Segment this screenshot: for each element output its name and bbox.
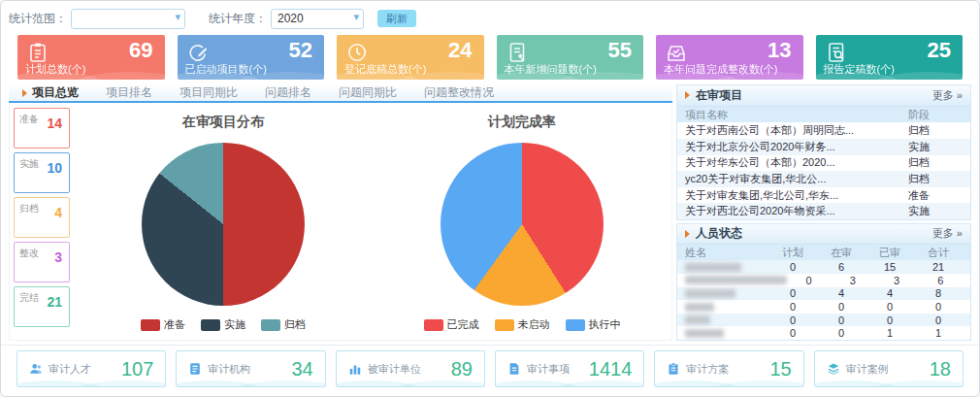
redacted-name <box>685 329 724 338</box>
stage-card-value: 4 <box>54 205 62 220</box>
staff-in-review: 3 <box>831 275 874 286</box>
staff-reviewed: 15 <box>866 261 914 273</box>
bar-chart-icon <box>348 362 362 376</box>
people-icon <box>29 362 43 376</box>
staff-status-panel: 人员状态 更多 » 姓名 计划 在审 已审 合计 061521033604480… <box>676 223 971 341</box>
stage-card-整改[interactable]: 整改3 <box>14 242 70 282</box>
stat-card-本年新增问题数(个)[interactable]: 55本年新增问题数(个) <box>497 35 644 80</box>
staff-plan: 0 <box>768 287 817 299</box>
col-reviewed: 已审 <box>866 246 914 260</box>
stage-card-value: 3 <box>54 249 62 265</box>
legend-swatch <box>424 319 443 331</box>
project-name: 关于对西南公司（本部）周明同志... <box>685 123 908 138</box>
bottom-card-审计事项[interactable]: 审计事项1414 <box>495 350 644 387</box>
stage-card-完结[interactable]: 完结21 <box>14 286 70 327</box>
tab-问题整改情况[interactable]: 问题整改情况 <box>410 84 507 101</box>
clock-icon <box>345 41 369 64</box>
project-row[interactable]: 关于对审友集团,华北公司,华东...准备 <box>677 187 970 204</box>
stat-card-登记底稿总数(个)[interactable]: 24登记底稿总数(个) <box>337 35 484 80</box>
orange-arrow-icon <box>685 91 690 99</box>
bottom-card-value: 15 <box>769 358 791 380</box>
staff-plan: 0 <box>768 314 817 326</box>
staff-reviewed: 1 <box>866 327 914 339</box>
legend-item-未启动[interactable]: 未启动 <box>495 317 550 332</box>
bottom-card-审计方案[interactable]: 审计方案15 <box>654 350 803 387</box>
legend-label: 实施 <box>224 317 245 332</box>
review-distribution-pie-chart[interactable] <box>142 143 305 306</box>
legend-item-已完成[interactable]: 已完成 <box>424 317 479 332</box>
legend-swatch <box>495 319 514 331</box>
legend-swatch <box>141 319 160 331</box>
project-row[interactable]: 关于对西南公司（本部）周明同志...归档 <box>677 122 970 139</box>
stage-card-准备[interactable]: 准备14 <box>14 108 70 149</box>
chevron-down-icon: ▾ <box>175 11 180 23</box>
bottom-card-被审计单位[interactable]: 被审计单位89 <box>336 350 485 387</box>
tab-项目排名[interactable]: 项目排名 <box>92 84 166 101</box>
redacted-name <box>685 315 710 324</box>
clipboard-list-icon <box>26 41 49 64</box>
project-stage: 实施 <box>908 140 963 154</box>
bottom-card-label: 审计案例 <box>846 362 889 377</box>
col-name: 姓名 <box>685 246 768 260</box>
plan-completion-pie-chart[interactable] <box>441 143 604 306</box>
stage-card-归档[interactable]: 归档4 <box>14 197 70 238</box>
staff-plan: 0 <box>768 261 817 273</box>
legend-item-执行中[interactable]: 执行中 <box>566 317 621 332</box>
tab-问题排名[interactable]: 问题排名 <box>251 84 325 101</box>
pie-block-plan-completion: 计划完成率 已完成未启动执行中 <box>373 103 671 340</box>
tab-项目同期比[interactable]: 项目同期比 <box>166 84 251 101</box>
staff-row: 0000 <box>677 314 970 327</box>
legend-item-准备[interactable]: 准备 <box>141 317 185 332</box>
staff-row: 0336 <box>677 274 970 287</box>
staff-total: 0 <box>914 301 963 313</box>
tab-label: 问题排名 <box>265 84 311 101</box>
project-row[interactable]: 关于对西北公司2020年物资采...实施 <box>677 203 970 219</box>
stage-card-实施[interactable]: 实施10 <box>14 152 70 193</box>
project-name: 关于对华东公司（本部）2020... <box>685 155 908 170</box>
stat-year-select[interactable]: 2020 ▾ <box>271 9 364 29</box>
stat-range-select[interactable]: ▾ <box>71 9 185 29</box>
bottom-card-value: 107 <box>121 358 153 380</box>
project-rows: 关于对西南公司（本部）周明同志...归档关于对北京分公司2020年财务...实施… <box>677 122 970 219</box>
staff-in-review: 0 <box>817 314 866 326</box>
stat-card-报告定稿数(个)[interactable]: 25报告定稿数(个) <box>816 35 964 80</box>
legend-swatch <box>566 319 585 331</box>
bottom-card-审计案例[interactable]: 审计案例18 <box>814 350 964 387</box>
col-total: 合计 <box>914 246 963 260</box>
pen-circle-icon <box>186 41 210 64</box>
project-stage: 归档 <box>908 123 963 138</box>
tab-项目总览[interactable]: 项目总览 <box>9 84 92 101</box>
stat-card-本年问题完成整改数(个)[interactable]: 13本年问题完成整改数(个) <box>656 35 803 80</box>
chart-title: 计划完成率 <box>488 114 556 131</box>
stage-card-value: 10 <box>47 160 62 176</box>
project-row[interactable]: 关于对北京分公司2020年财务...实施 <box>677 139 970 155</box>
bottom-card-审计人才[interactable]: 审计人才107 <box>16 350 166 387</box>
legend-item-实施[interactable]: 实施 <box>201 317 245 332</box>
stat-card-已启动项目数(个)[interactable]: 52已启动项目数(个) <box>178 35 325 80</box>
col-project-name: 项目名称 <box>685 108 908 122</box>
bottom-stats-bar: 审计人才107审计机构34被审计单位89审计事项1414审计方案15审计案例18 <box>1 345 979 396</box>
stat-card-label: 报告定稿数(个) <box>824 62 895 77</box>
project-name: yc20关于对审友集团,华北公... <box>685 172 908 186</box>
bottom-card-审计机构[interactable]: 审计机构34 <box>176 350 325 387</box>
project-row[interactable]: 关于对华东公司（本部）2020...归档 <box>677 155 970 172</box>
staff-name <box>685 315 768 324</box>
more-link[interactable]: 更多 » <box>932 88 963 103</box>
stat-card-计划总数(个)[interactable]: 69计划总数(个) <box>17 35 165 80</box>
bottom-card-label: 审计事项 <box>527 362 570 377</box>
legend-label: 执行中 <box>589 317 621 332</box>
legend-item-归档[interactable]: 归档 <box>261 317 306 332</box>
more-link[interactable]: 更多 » <box>932 226 963 241</box>
refresh-button[interactable]: 刷新 <box>377 10 416 27</box>
top-filter-bar: 统计范围： ▾ 统计年度： 2020 ▾ 刷新 <box>1 1 979 30</box>
chart-title: 在审项目分布 <box>182 114 264 131</box>
project-row[interactable]: yc20关于对审友集团,华北公...归档 <box>677 171 970 187</box>
project-stage: 实施 <box>908 204 963 218</box>
staff-reviewed: 4 <box>866 287 914 299</box>
report-search-icon <box>825 41 848 64</box>
tab-问题同期比[interactable]: 问题同期比 <box>325 84 410 101</box>
panel-title: 人员状态 <box>696 225 742 242</box>
staff-total: 6 <box>919 275 963 286</box>
audit-dashboard: 统计范围： ▾ 统计年度： 2020 ▾ 刷新 69计划总数(个)52已启动项目… <box>0 0 980 397</box>
stat-card-value: 13 <box>768 38 791 63</box>
